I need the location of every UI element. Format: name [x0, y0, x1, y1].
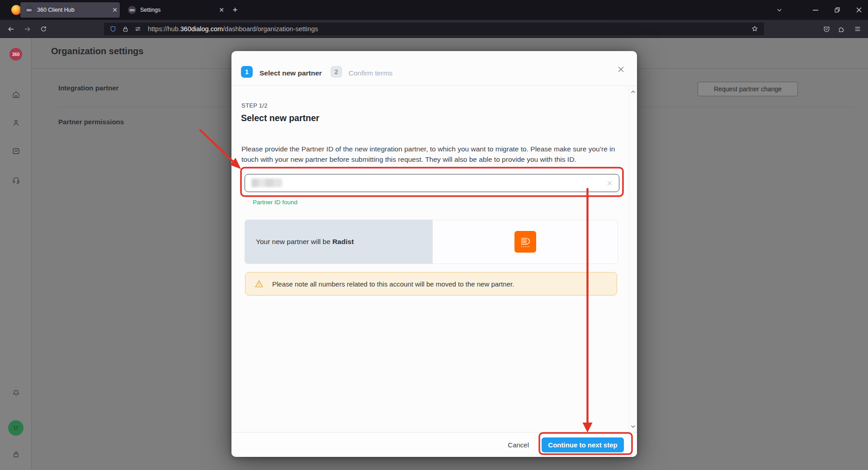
- modal-description: Please provide the Partner ID of the new…: [241, 144, 622, 164]
- tab-title: 360 Client Hub: [37, 7, 110, 13]
- menu-hamburger-icon[interactable]: [850, 22, 865, 36]
- scroll-down-icon[interactable]: [629, 423, 637, 430]
- sidebar-notifications-bell-icon[interactable]: [0, 389, 32, 397]
- request-partner-change-button[interactable]: Request partner change: [698, 82, 798, 96]
- back-icon[interactable]: [4, 22, 18, 36]
- tab-list-chevron-icon[interactable]: [772, 0, 787, 20]
- sidebar-user-avatar[interactable]: [0, 420, 32, 436]
- warning-triangle-icon: [254, 279, 264, 289]
- url-path: /dashboard/organization-settings: [223, 25, 318, 33]
- sidebar-lock-icon[interactable]: [0, 450, 32, 459]
- sidebar-support-headset-icon[interactable]: [0, 176, 32, 185]
- reload-icon[interactable]: [36, 22, 51, 36]
- pocket-icon[interactable]: [819, 22, 834, 36]
- new-partner-infobox: Your new partner will be Radist: [245, 220, 618, 264]
- step-1-label: Select new partner: [259, 69, 322, 77]
- modal-scrollbar[interactable]: [629, 86, 637, 432]
- redacted-partner-id-value: [251, 179, 282, 187]
- new-partner-logo-panel: [433, 220, 618, 264]
- step-1-badge: 1: [241, 66, 253, 78]
- modal-close-icon[interactable]: [616, 65, 625, 74]
- radist-logo-icon: [514, 231, 536, 253]
- tab-favicon-360: 360: [25, 6, 33, 14]
- browser-titlebar: 360 360 Client Hub ✕ 360 Settings ✕ +: [0, 0, 868, 20]
- tab-close-icon[interactable]: ✕: [217, 6, 226, 14]
- partner-id-input[interactable]: [245, 174, 619, 192]
- app-sidebar: 360: [0, 38, 32, 470]
- partner-id-status: Partner ID found: [253, 199, 297, 206]
- new-partner-text-panel: Your new partner will be Radist: [245, 220, 433, 264]
- page-title: Organization settings: [51, 46, 143, 56]
- tab-settings[interactable]: 360 Settings ✕: [123, 2, 226, 18]
- forward-icon[interactable]: [20, 22, 34, 36]
- browser-toolbar: https://hub.360dialog.com/dashboard/orga…: [0, 20, 868, 38]
- url-domain: 360dialog.com: [180, 25, 223, 33]
- tab-360-client-hub[interactable]: 360 360 Client Hub ✕: [20, 2, 120, 18]
- partner-change-modal: 1 Select new partner 2 Confirm terms STE…: [231, 51, 637, 457]
- warning-banner: Please note all numbers related to this …: [245, 272, 617, 296]
- scroll-up-icon[interactable]: [629, 88, 637, 95]
- nav-integration-partner[interactable]: Integration partner: [58, 84, 118, 92]
- sidebar-users-icon[interactable]: [0, 118, 32, 127]
- tracking-shield-icon[interactable]: [109, 25, 117, 33]
- permissions-icon[interactable]: [134, 25, 142, 33]
- step-counter: STEP 1/2: [241, 102, 268, 109]
- step-2-badge: 2: [330, 66, 342, 78]
- tab-title: Settings: [140, 7, 217, 13]
- modal-stepper-header: 1 Select new partner 2 Confirm terms: [231, 51, 637, 86]
- sidebar-360-logo[interactable]: 360: [0, 48, 32, 61]
- modal-heading: Select new partner: [241, 113, 319, 123]
- modal-footer: Cancel Continue to next step: [231, 432, 637, 457]
- warning-text: Please note all numbers related to this …: [272, 280, 514, 288]
- url-prefix: https://hub.: [148, 25, 180, 33]
- bookmark-star-icon[interactable]: [751, 25, 759, 33]
- step-2-label: Confirm terms: [349, 69, 392, 77]
- tab-favicon-360: 360: [128, 6, 136, 14]
- window-restore-button[interactable]: [830, 0, 845, 20]
- sidebar-home-icon[interactable]: [0, 90, 32, 99]
- cancel-button[interactable]: Cancel: [508, 441, 529, 449]
- window-minimize-button[interactable]: [808, 0, 823, 20]
- url-text: https://hub.360dialog.com/dashboard/orga…: [148, 25, 318, 33]
- new-tab-button[interactable]: +: [229, 4, 241, 16]
- new-partner-text: Your new partner will be Radist: [256, 238, 354, 246]
- partner-name: Radist: [332, 238, 354, 245]
- url-bar[interactable]: https://hub.360dialog.com/dashboard/orga…: [104, 23, 764, 35]
- continue-to-next-step-button[interactable]: Continue to next step: [542, 437, 624, 452]
- nav-partner-permissions[interactable]: Partner permissions: [58, 118, 124, 126]
- extensions-puzzle-icon[interactable]: [834, 22, 849, 36]
- clear-input-icon[interactable]: [606, 180, 613, 187]
- tab-close-icon[interactable]: ✕: [110, 6, 120, 14]
- firefox-icon[interactable]: [11, 5, 21, 15]
- sidebar-analytics-icon[interactable]: [0, 147, 32, 155]
- lock-icon[interactable]: [122, 26, 129, 33]
- window-close-button[interactable]: [851, 0, 867, 20]
